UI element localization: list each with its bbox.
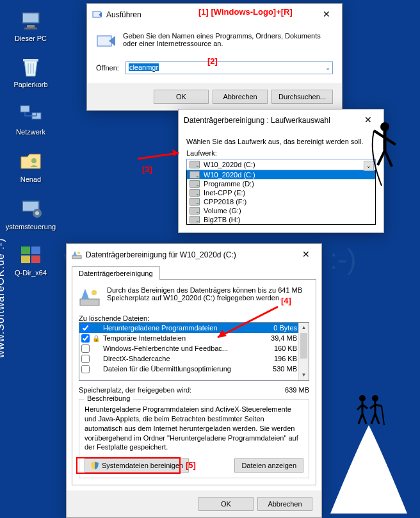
run-body-icon [96,32,117,53]
climber-figure-icon [362,115,407,192]
file-name: Windows-Fehlerberichte und Feedbac... [103,344,260,352]
cleanup-title-icon [72,250,82,260]
icon-label: Dieser PC [12,35,50,42]
watermark-text: www.SoftwareOK.de :-) [0,238,6,358]
drive-icon [190,207,200,214]
file-list-row[interactable]: 🔒Temporäre Internetdateien39,4 MB [79,333,309,343]
svg-rect-18 [72,255,81,259]
run-title-icon [92,10,102,20]
run-dialog: Ausführen ✕ Geben Sie den Namen eines Pr… [86,3,343,111]
svg-point-21 [92,290,97,295]
file-name: Temporäre Internetdateien [103,334,260,342]
svg-rect-12 [21,247,30,254]
file-list[interactable]: Heruntergeladene Programmdateien0 Bytes🔒… [79,322,309,381]
icon-label: ystemsteuerung [4,223,58,231]
file-checkbox[interactable] [81,355,90,363]
svg-rect-5 [20,106,29,112]
file-list-row[interactable]: Heruntergeladene Programmdateien0 Bytes [79,323,309,333]
drive-icon [190,161,200,168]
desktop-icon-control-panel[interactable]: ystemsteuerung [4,197,58,231]
browse-button[interactable]: Durchsuchen... [271,90,333,104]
drive-titlebar[interactable]: Datenträgerbereinigung : Laufwerkauswahl… [179,109,384,131]
desktop-icon-this-pc[interactable]: Dieser PC [12,9,50,42]
drive-icon [190,216,200,223]
svg-point-19 [77,252,80,254]
icon-label: Papierkorb [12,81,50,88]
drive-option[interactable]: Programme (D:) [187,179,375,188]
network-icon [19,102,42,125]
drive-option-label: Inet-CPP (E:) [204,189,245,197]
drive-combo[interactable]: W10_2020d (C:) ⌄ [186,159,376,170]
cancel-button[interactable]: Abbrechen [213,90,268,104]
scroll-down-icon[interactable]: ▼ [299,370,309,380]
description-text: Heruntergeladene Programmdateien sind Ac… [85,405,303,452]
file-list-row[interactable]: Windows-Fehlerberichte und Feedbac...160… [79,343,309,353]
drive-option-label: W10_2020d (C:) [204,171,255,179]
view-files-button[interactable]: Dateien anzeigen [234,458,303,473]
desktop-icon-recycle-bin[interactable]: Papierkorb [12,55,50,88]
file-checkbox[interactable] [81,365,90,373]
drive-dropdown-list[interactable]: W10_2020d (C:)Programme (D:)Inet-CPP (E:… [186,170,376,225]
svg-rect-4 [23,59,38,61]
svg-point-11 [35,211,39,215]
user-folder-icon [19,150,42,173]
svg-rect-1 [23,13,38,22]
cancel-button[interactable]: Abbrechen [257,497,312,511]
run-titlebar[interactable]: Ausführen ✕ [87,4,342,26]
file-name: Dateien für die Übermittlungsoptimierung [103,365,260,373]
drive-selected-text: W10_2020d (C:) [204,161,255,168]
svg-point-22 [380,122,389,131]
cleanup-info-text: Durch das Bereinigen des Datenträgers kö… [107,286,309,308]
drive-message: Wählen Sie das Laufwerk aus, das bereini… [186,138,376,145]
mountain-figure-icon [324,387,414,515]
desktop-icon-network[interactable]: Netzwerk [12,102,50,136]
control-panel-icon [19,197,42,220]
file-size: 39,4 MB [260,334,297,342]
ok-button[interactable]: OK [198,497,254,511]
drive-option[interactable]: CPP2018 (F:) [187,197,375,206]
drive-option[interactable]: Big2TB (H:) [187,215,375,224]
icon-label: Q-Dir_x64 [12,269,50,277]
qdir-icon [19,243,42,266]
scrollbar[interactable]: ▲ ▼ [298,323,309,380]
desktop-icon-qdir[interactable]: Q-Dir_x64 [12,243,50,277]
file-size: 530 MB [260,365,297,373]
close-button[interactable]: ✕ [316,8,337,22]
svg-point-23 [359,395,366,401]
drive-icon [190,171,200,179]
scroll-thumb[interactable] [300,333,307,359]
drive-option[interactable]: Inet-CPP (E:) [187,188,375,197]
drive-option[interactable]: Volume (G:) [187,206,375,215]
lock-icon: 🔒 [92,334,101,343]
space-value: 639 MB [285,386,309,394]
cleanup-titlebar[interactable]: Datenträgerbereinigung für W10_2020d (C:… [67,244,321,266]
run-message: Geben Sie den Namen eines Programms, Ord… [123,32,333,53]
svg-rect-15 [31,255,40,263]
cleanup-info-icon [79,286,101,308]
cleanup-dialog: Datenträgerbereinigung für W10_2020d (C:… [66,243,322,518]
pc-icon [19,9,42,32]
ok-button[interactable]: OK [154,90,209,104]
svg-point-7 [31,158,36,163]
cleanup-title-text: Datenträgerbereinigung für W10_2020d (C:… [86,250,296,259]
file-checkbox[interactable] [81,324,90,332]
drive-label: Laufwerk: [186,149,376,157]
chevron-down-icon[interactable]: ⌄ [325,64,330,71]
close-button[interactable]: ✕ [296,248,316,262]
scroll-up-icon[interactable]: ▲ [299,323,309,333]
file-checkbox[interactable] [81,334,90,343]
file-list-row[interactable]: DirectX-Shadercache196 KB [79,353,309,364]
bin-icon [19,55,42,78]
file-icon [92,323,101,332]
file-list-row[interactable]: Dateien für die Übermittlungsoptimierung… [79,364,309,374]
file-icon [92,364,101,373]
tab-cleanup[interactable]: Datenträgerbereinigung [72,266,160,280]
file-checkbox[interactable] [81,344,90,353]
drive-icon [190,189,200,197]
file-icon [92,354,101,363]
drive-option-label: Big2TB (H:) [204,216,240,223]
command-combo[interactable]: cleanmgr ⌄ [125,61,333,74]
desktop-icon-user[interactable]: Nenad [12,150,50,183]
icon-label: Nenad [12,175,50,183]
drive-option[interactable]: W10_2020d (C:) [187,170,375,179]
